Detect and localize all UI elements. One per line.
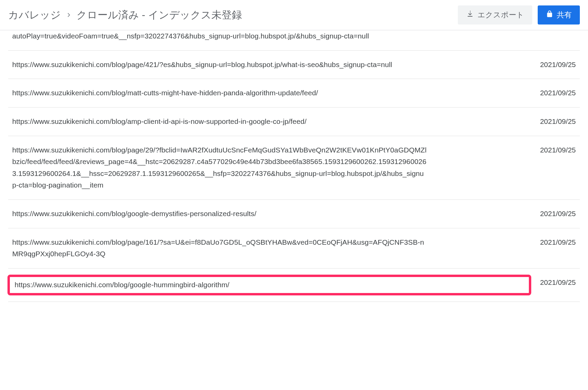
share-button[interactable]: 共有	[538, 5, 580, 25]
page-header: カバレッジ クロール済み - インデックス未登録 エクスポート 共有	[0, 0, 588, 30]
table-row[interactable]: https://www.suzukikenichi.com/blog/googl…	[8, 269, 580, 302]
table-row[interactable]: https://www.suzukikenichi.com/blog/page/…	[8, 136, 580, 200]
url-cell[interactable]: autoPlay=true&videoFoam=true&__nsfp=3202…	[12, 30, 427, 42]
lock-icon	[546, 10, 553, 20]
url-table: autoPlay=true&videoFoam=true&__nsfp=3202…	[0, 30, 588, 302]
header-actions: エクスポート 共有	[458, 5, 580, 25]
export-button[interactable]: エクスポート	[458, 5, 532, 25]
table-row[interactable]: https://www.suzukikenichi.com/blog/page/…	[8, 51, 580, 79]
url-cell[interactable]: https://www.suzukikenichi.com/blog/page/…	[12, 144, 427, 192]
date-cell: 2021/09/25	[526, 277, 576, 289]
url-cell[interactable]: https://www.suzukikenichi.com/blog/googl…	[7, 275, 531, 295]
table-row[interactable]: https://www.suzukikenichi.com/blog/googl…	[8, 200, 580, 228]
table-row[interactable]: https://www.suzukikenichi.com/blog/matt-…	[8, 79, 580, 108]
table-row[interactable]: autoPlay=true&videoFoam=true&__nsfp=3202…	[8, 30, 580, 51]
url-cell[interactable]: https://www.suzukikenichi.com/blog/amp-c…	[12, 116, 427, 128]
date-cell: 2021/09/25	[526, 87, 576, 99]
date-cell: 2021/09/25	[526, 237, 576, 248]
chevron-right-icon	[66, 10, 72, 20]
date-cell: 2021/09/25	[526, 59, 576, 71]
export-label: エクスポート	[478, 10, 524, 20]
breadcrumb: カバレッジ クロール済み - インデックス未登録	[8, 8, 242, 22]
date-cell: 2021/09/25	[526, 116, 576, 128]
url-cell[interactable]: https://www.suzukikenichi.com/blog/googl…	[12, 208, 427, 220]
date-cell: 2021/09/25	[526, 144, 576, 156]
date-cell: 2021/09/25	[526, 208, 576, 220]
download-icon	[466, 10, 474, 20]
url-cell[interactable]: https://www.suzukikenichi.com/blog/page/…	[12, 59, 427, 71]
table-row[interactable]: https://www.suzukikenichi.com/blog/amp-c…	[8, 108, 580, 136]
table-row[interactable]: https://www.suzukikenichi.com/blog/page/…	[8, 228, 580, 269]
url-cell[interactable]: https://www.suzukikenichi.com/blog/page/…	[12, 237, 427, 260]
url-cell[interactable]: https://www.suzukikenichi.com/blog/matt-…	[12, 87, 427, 99]
breadcrumb-current: クロール済み - インデックス未登録	[76, 8, 242, 22]
breadcrumb-root[interactable]: カバレッジ	[8, 8, 61, 22]
share-label: 共有	[557, 10, 572, 20]
